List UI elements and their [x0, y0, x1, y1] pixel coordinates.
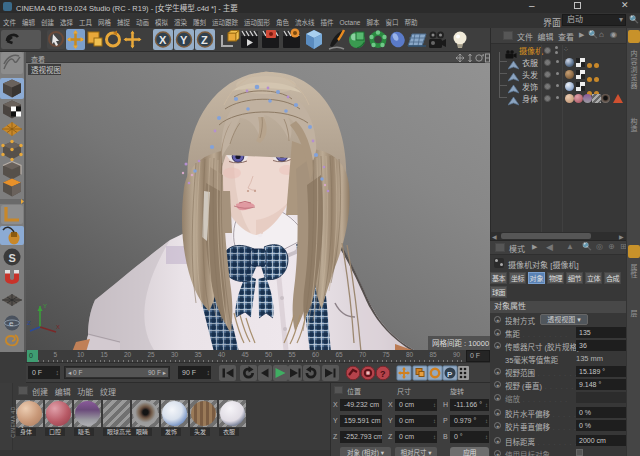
svg-text:S: S	[9, 252, 16, 264]
svg-text:e: e	[9, 319, 14, 328]
svg-text:X: X	[159, 34, 167, 46]
svg-text:?: ?	[380, 369, 386, 379]
svg-text:X: X	[56, 324, 60, 330]
svg-text:Z: Z	[27, 320, 31, 326]
svg-text:网格间距 : 10000 cm: 网格间距 : 10000 cm	[432, 338, 490, 348]
svg-text:Y: Y	[43, 303, 47, 309]
svg-text:P: P	[447, 370, 453, 379]
svg-text:Y: Y	[180, 34, 188, 46]
svg-text:透视视图: 透视视图	[31, 65, 61, 75]
svg-text:Z: Z	[201, 34, 208, 46]
